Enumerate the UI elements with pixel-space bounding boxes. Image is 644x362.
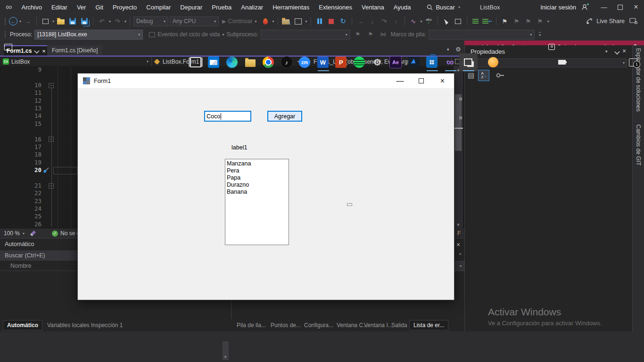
menu-git[interactable]: Git	[91, 4, 108, 11]
scroll-down-icon[interactable]: ▼	[454, 222, 463, 227]
app-spotify[interactable]	[350, 53, 369, 71]
alphabetical-sort-button[interactable]: AZ ↓	[478, 70, 489, 81]
fruit-name-textbox[interactable]: Coco	[204, 111, 251, 122]
app-active-form-window[interactable]	[459, 53, 478, 71]
pin-icon[interactable]	[614, 49, 619, 54]
editor-scrollbar[interactable]: ▲ ▼	[454, 66, 463, 229]
step-over-button[interactable]: →	[355, 16, 366, 27]
agregar-button[interactable]: Agregar	[267, 111, 302, 122]
spell-check-button[interactable]: abc✓	[424, 16, 434, 27]
break-all-button[interactable]	[314, 16, 325, 27]
chevron-down-icon[interactable]: ▾	[52, 19, 54, 24]
tray-weather[interactable]	[484, 53, 503, 71]
save-button[interactable]	[67, 16, 78, 27]
menu-prueba[interactable]: Prueba	[207, 4, 236, 11]
thread-bowtie-icon[interactable]: ⋈	[378, 29, 388, 40]
listbox-item[interactable]: Pera	[227, 167, 289, 174]
app-word[interactable]: W	[314, 53, 332, 71]
tab-puntos-de-interrupcion[interactable]: Puntos de...	[267, 320, 305, 330]
show-threads-button[interactable]: ⚑	[353, 29, 363, 40]
next-bookmark-button[interactable]: ⚑	[523, 16, 534, 27]
tab-lista-de-errores[interactable]: Lista de er...	[409, 320, 448, 330]
lifecycle-events-dropdown[interactable]: Eventos del ciclo de vida▾	[157, 31, 224, 38]
show-output-button[interactable]	[293, 16, 304, 27]
find-in-files-button[interactable]	[281, 16, 292, 27]
app-tiktok[interactable]: ♪	[277, 53, 296, 71]
step-out-button[interactable]: ↑	[391, 16, 401, 27]
app-powerpoint[interactable]: P	[332, 53, 350, 71]
prev-bookmark-button[interactable]: ⚑	[512, 16, 522, 27]
app-edge[interactable]	[223, 53, 241, 71]
subprocess-dropdown[interactable]: ▾	[261, 30, 350, 40]
redo-button[interactable]: ↷	[112, 16, 123, 27]
scroll-down-icon[interactable]: ▼	[223, 355, 227, 359]
code-cleanup-broom-icon[interactable]	[30, 230, 36, 237]
toolbar-grip[interactable]	[4, 17, 6, 25]
app-chrome[interactable]	[259, 53, 278, 71]
navigate-forward-button[interactable]: →	[23, 16, 33, 27]
categorized-view-button[interactable]: ▤	[468, 71, 474, 80]
feedback-person-icon[interactable]	[629, 18, 637, 25]
solution-platform-dropdown[interactable]: Any CPU▾	[170, 16, 219, 26]
toolbar-grip[interactable]	[4, 31, 6, 38]
chevron-down-icon[interactable]: ▾	[109, 19, 111, 24]
tab-inspeccion-1[interactable]: Inspección 1	[87, 320, 126, 330]
navigate-back-button[interactable]: ←	[9, 17, 17, 25]
listbox-item[interactable]: Papa	[227, 174, 289, 181]
save-all-button[interactable]	[79, 16, 90, 27]
pin-icon[interactable]	[34, 48, 40, 53]
app-file-explorer[interactable]	[241, 53, 259, 71]
process-dropdown[interactable]: [13188] ListBox.exe▾	[34, 30, 143, 40]
project-dropdown[interactable]: C#ListBox ▾	[0, 57, 152, 66]
tab-form1-cs-designer[interactable]: Form1.cs [Diseño]	[47, 45, 102, 56]
form-close-button[interactable]: ×	[437, 75, 448, 87]
live-share-button[interactable]: Live Share	[596, 18, 625, 25]
user-plus-icon[interactable]	[581, 3, 589, 11]
clear-bookmarks-button[interactable]: ⚑	[535, 16, 545, 27]
tab-configuracion[interactable]: Configura...	[300, 320, 337, 330]
chevron-down-icon[interactable]: ▾	[547, 19, 549, 24]
hot-reload-button[interactable]	[260, 16, 271, 27]
action-center-button[interactable]: 1	[629, 58, 637, 66]
menu-editar[interactable]: Editar	[47, 4, 72, 11]
tab-close-icon[interactable]: ×	[42, 48, 46, 55]
app-settings[interactable]: ⚙	[368, 53, 387, 71]
battery-icon[interactable]	[558, 60, 566, 65]
panel-close-icon[interactable]: ×	[622, 47, 626, 55]
stop-debugging-button[interactable]	[326, 16, 337, 27]
solution-configuration-dropdown[interactable]: Debug▾	[133, 16, 168, 26]
step-into-button[interactable]: ↓	[367, 16, 378, 27]
form-minimize-button[interactable]: —	[394, 75, 406, 87]
chevron-down-icon[interactable]: ▾	[124, 19, 126, 24]
tab-variables-locales[interactable]: Variables locales	[43, 320, 93, 330]
menu-ver[interactable]: Ver	[72, 4, 91, 11]
app-unknown-blue-tool[interactable]	[405, 53, 423, 71]
app-microsoft-store[interactable]	[423, 53, 441, 71]
app-zoom[interactable]: zm	[296, 53, 314, 71]
menu-analizar[interactable]: Analizar	[236, 4, 268, 11]
open-file-button[interactable]	[56, 16, 66, 27]
menu-extensiones[interactable]: Extensiones	[314, 4, 357, 11]
task-view-button[interactable]	[187, 53, 205, 71]
form-maximize-button[interactable]	[415, 75, 427, 87]
document-list-dropdown[interactable]: ▾	[447, 47, 449, 52]
intellicode-button[interactable]: ∿	[408, 16, 419, 27]
toolbar-overflow-button[interactable]: ▾	[539, 32, 541, 37]
step-back-button[interactable]: ↷	[379, 16, 389, 27]
chevron-down-icon[interactable]: ▾	[272, 19, 274, 24]
undo-button[interactable]: ↶	[97, 16, 107, 27]
lifecycle-events-icon[interactable]	[149, 32, 155, 37]
tab-cambios-de-git[interactable]: Cambios de GIT	[635, 124, 642, 165]
menu-compilar[interactable]: Compilar	[141, 4, 175, 11]
menu-herramientas[interactable]: Herramientas	[268, 4, 314, 11]
app-after-effects[interactable]: Ae	[387, 53, 405, 71]
chevron-down-icon[interactable]: ▾	[19, 19, 21, 24]
sign-in-button[interactable]: Iniciar sesión	[536, 4, 581, 11]
tab-salida[interactable]: Salida	[388, 320, 411, 330]
window-minimize-button[interactable]: —	[596, 0, 612, 14]
new-project-button[interactable]	[40, 16, 50, 27]
panel-close-icon[interactable]: ×	[456, 241, 460, 248]
feedback-icon[interactable]	[4, 44, 12, 50]
tab-automatico[interactable]: Automático	[3, 320, 42, 330]
listbox-item[interactable]: Banana	[227, 189, 289, 196]
